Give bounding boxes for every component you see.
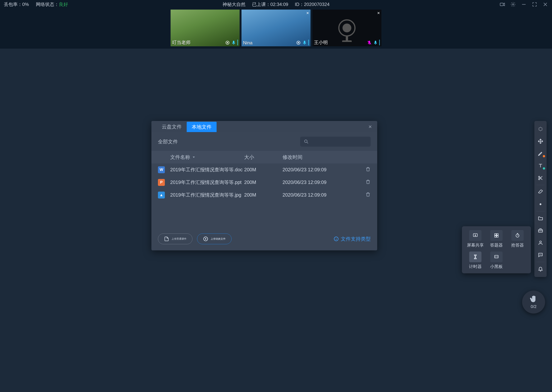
svg-point-27 [539,241,541,243]
file-size: 200M [244,192,283,198]
svg-point-24 [538,178,540,180]
close-tile-icon[interactable]: × [377,10,380,16]
record-icon[interactable] [500,1,505,7]
svg-point-2 [513,4,514,5]
audio-level-icon [308,40,309,45]
text-icon[interactable] [534,160,547,172]
file-name: 2019年工作汇报情况查询等等.ppt [170,179,244,185]
tool-screen-share[interactable]: 屏幕共享 [466,230,485,248]
laser-pointer-icon[interactable] [534,123,547,135]
folder-icon[interactable] [534,212,547,224]
file-dialog: 云盘文件 本地文件 × 全部文件 文件名称 大小 修改时间 W 2019年工作汇… [152,121,377,250]
svg-point-29 [540,254,541,255]
svg-marker-17 [193,157,195,158]
delete-icon[interactable] [365,179,371,186]
tab-cloud-files[interactable]: 云盘文件 [157,122,187,132]
pencil-icon[interactable] [534,147,547,160]
participant-name: 叮当老师 [172,39,190,46]
tool-buzzer[interactable]: 抢答器 [508,230,527,248]
column-mtime[interactable]: 修改时间 [283,154,355,161]
video-tile-teacher[interactable]: 叮当老师 [171,10,240,46]
dialog-tabs: 云盘文件 本地文件 × [152,121,377,133]
video-tile-student[interactable]: × Nina [241,10,311,46]
upload-plain-button[interactable]: 上传普通课件 [158,233,192,244]
ppt-file-icon: P [158,179,165,186]
svg-point-10 [298,42,299,43]
supported-types-link[interactable]: 文件支持类型 [334,236,371,242]
table-row[interactable]: P 2019年工作汇报情况查询等等.ppt 200M 2020/06/23 12… [152,176,377,189]
delete-icon[interactable] [365,192,371,198]
class-title: 神秘大自然 [223,1,246,7]
scissors-icon[interactable] [534,172,547,184]
svg-point-7 [227,42,228,43]
toolbox-icon[interactable] [534,224,547,237]
eraser-icon[interactable] [534,186,547,198]
network-status-text: 网络状态：良好 [36,1,68,7]
file-mtime: 2020/06/23 12:09:09 [283,192,355,198]
svg-marker-1 [503,3,505,6]
svg-rect-34 [495,236,496,237]
file-name: 2019年工作汇报情况查询等等.doc [170,167,244,173]
delete-icon[interactable] [365,167,371,173]
dialog-footer: 上传普通课件 上传动效文件 文件支持类型 [152,228,377,250]
bell-icon[interactable] [534,263,547,275]
svg-point-30 [541,254,541,255]
svg-point-36 [516,234,519,237]
mic-icon [231,40,236,45]
breadcrumb-all-files[interactable]: 全部文件 [158,138,178,145]
svg-point-28 [539,254,540,255]
search-icon [304,139,309,144]
participant-name: Nina [243,40,252,46]
search-input[interactable] [300,137,371,147]
svg-point-23 [538,176,540,178]
chat-icon[interactable] [534,249,547,261]
column-name[interactable]: 文件名称 [170,154,244,161]
close-dialog-icon[interactable]: × [368,123,372,130]
tool-blackboard[interactable]: 2+3 小黑板 [487,252,506,269]
upload-effect-button[interactable]: 上传动效文件 [197,233,232,244]
settings-icon[interactable] [510,1,516,7]
camera-icon [225,40,230,45]
tool-timer[interactable]: 计时器 [466,252,485,269]
svg-rect-14 [375,41,376,43]
video-strip: 叮当老师 × Nina × 王小明 [0,9,552,49]
audio-level-icon [379,40,380,45]
fullscreen-icon[interactable] [532,1,537,7]
svg-rect-33 [497,234,498,235]
camera-icon [296,40,301,45]
image-file-icon: ▲ [158,192,165,198]
tab-local-files[interactable]: 本地文件 [187,122,217,132]
packet-loss-text: 丢包率：0% [4,1,29,7]
mic-icon [373,40,378,45]
video-tile-student[interactable]: × 王小明 [312,10,381,46]
file-name: 2019年工作汇报情况查询等等.jpg [170,192,244,198]
mic-icon [302,40,307,45]
elapsed-time: 已上课：02:34:09 [252,1,288,7]
svg-rect-11 [304,41,305,43]
top-status-bar: 丢包率：0% 网络状态：良好 神秘大自然 已上课：02:34:09 ID：202… [0,0,552,9]
close-icon[interactable] [542,1,548,7]
right-toolbar [534,121,547,277]
column-size[interactable]: 大小 [244,154,283,161]
sort-desc-icon [192,155,196,159]
minimize-icon[interactable] [521,1,527,7]
table-row[interactable]: ▲ 2019年工作汇报情况查询等等.jpg 200M 2020/06/23 12… [152,189,377,201]
users-icon[interactable] [534,237,547,249]
raise-hand-count: 0/2 [531,304,537,309]
table-header: 文件名称 大小 修改时间 [152,151,377,163]
participant-name: 王小明 [314,39,328,46]
svg-text:2+3: 2+3 [495,256,498,258]
file-size: 200M [244,167,283,172]
tools-popup: 屏幕共享 答题器 抢答器 计时器 2+3 小黑板 [462,226,531,273]
svg-point-15 [305,140,307,143]
svg-line-16 [307,142,308,144]
audio-level-icon [237,40,238,45]
palette-dot-icon[interactable] [534,198,547,210]
svg-rect-32 [495,234,496,235]
raise-hand-button[interactable]: 0/2 [522,291,545,314]
table-row[interactable]: W 2019年工作汇报情况查询等等.doc 200M 2020/06/23 12… [152,163,377,176]
close-tile-icon[interactable]: × [306,10,309,16]
tool-answerer[interactable]: 答题器 [487,230,506,248]
class-id: ID：2020070324 [295,1,329,7]
move-icon[interactable] [534,135,547,147]
